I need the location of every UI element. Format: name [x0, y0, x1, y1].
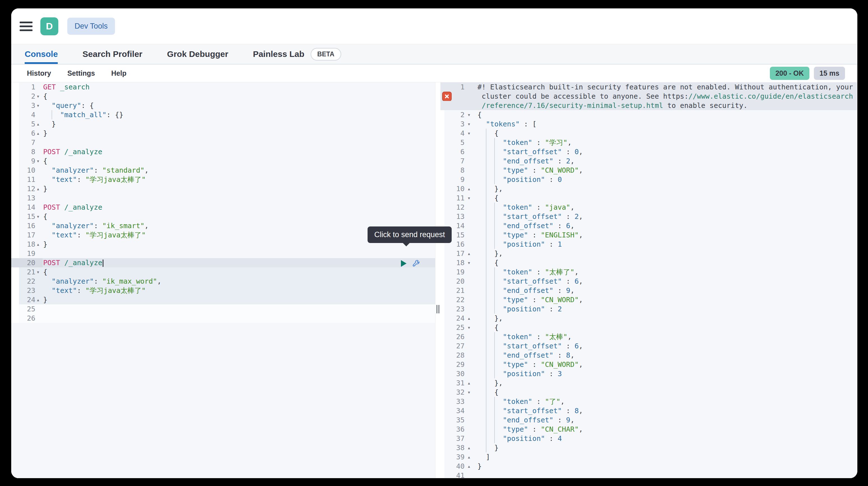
triangle-down-icon[interactable]: ▾	[468, 129, 473, 138]
triangle-down-icon[interactable]: ▾	[468, 120, 473, 129]
triangle-up-icon[interactable]: ▴	[468, 249, 473, 258]
triangle-up-icon[interactable]: ▴	[468, 378, 473, 388]
code-line[interactable]: 7 "end_offset" : 2,	[440, 156, 857, 166]
triangle-up-icon[interactable]: ▴	[37, 295, 42, 304]
triangle-down-icon[interactable]: ▾	[37, 156, 42, 166]
code-line[interactable]: 27 "start_offset" : 6,	[440, 342, 857, 351]
code-line[interactable]: 31▴ },	[440, 378, 857, 388]
triangle-up-icon[interactable]: ▴	[468, 184, 473, 193]
menu-settings[interactable]: Settings	[67, 69, 95, 77]
code-line[interactable]: 3▾ "query": {	[11, 101, 435, 110]
code-line[interactable]: 16 "position" : 1	[440, 240, 857, 249]
code-line[interactable]: 10 "analyzer": "standard",	[11, 166, 435, 175]
triangle-down-icon[interactable]: ▾	[468, 110, 473, 120]
code-line[interactable]: 25	[11, 304, 435, 314]
code-line[interactable]: 39▴ ]	[440, 452, 857, 462]
code-line[interactable]: 2▾{	[11, 92, 435, 101]
code-line[interactable]: 20POST /_analyze	[11, 258, 435, 267]
code-line[interactable]: 5 "token" : "学习",	[440, 138, 857, 147]
code-line[interactable]: 6 "start_offset" : 0,	[440, 147, 857, 156]
triangle-down-icon[interactable]: ▾	[37, 92, 42, 101]
code-line[interactable]: cluster could be accessible to anyone. S…	[440, 92, 857, 101]
code-line[interactable]: 25▾ {	[440, 323, 857, 332]
triangle-up-icon[interactable]: ▴	[468, 443, 473, 452]
tab-search-profiler[interactable]: Search Profiler	[83, 44, 142, 64]
code-line[interactable]: 2▾{	[440, 110, 857, 120]
triangle-down-icon[interactable]: ▾	[37, 267, 42, 277]
code-line[interactable]: 1GET _search	[11, 83, 435, 92]
code-line[interactable]: 24▴}	[11, 295, 435, 304]
space-avatar[interactable]: D	[40, 18, 58, 35]
code-line[interactable]: 10▴ },	[440, 184, 857, 193]
code-line[interactable]: 8 "type" : "CN_WORD",	[440, 166, 857, 175]
code-line[interactable]: 23 "position" : 2	[440, 304, 857, 314]
triangle-up-icon[interactable]: ▴	[468, 314, 473, 323]
code-line[interactable]: 26 "token" : "太棒",	[440, 332, 857, 342]
code-line[interactable]: 36 "type" : "CN_CHAR",	[440, 425, 857, 434]
code-line[interactable]: 11 "text": "学习java太棒了"	[11, 175, 435, 184]
code-line[interactable]: 12 "token" : "java",	[440, 203, 857, 212]
triangle-down-icon[interactable]: ▾	[468, 388, 473, 397]
pane-resize-handle[interactable]	[436, 305, 439, 313]
code-line[interactable]: 32▾ {	[440, 388, 857, 397]
triangle-down-icon[interactable]: ▾	[468, 193, 473, 203]
triangle-up-icon[interactable]: ▴	[37, 184, 42, 193]
code-line[interactable]: 41	[440, 471, 857, 478]
code-line[interactable]: 7	[11, 138, 435, 147]
code-line[interactable]: 17▴ },	[440, 249, 857, 258]
code-line[interactable]: 14 "end_offset" : 6,	[440, 221, 857, 230]
code-line[interactable]: 20 "start_offset" : 6,	[440, 277, 857, 286]
code-line[interactable]: 13 "start_offset" : 2,	[440, 212, 857, 221]
triangle-up-icon[interactable]: ▴	[37, 240, 42, 249]
code-line[interactable]: 21 "end_offset" : 9,	[440, 286, 857, 295]
code-line[interactable]: 15▾{	[11, 212, 435, 221]
triangle-up-icon[interactable]: ▴	[468, 452, 473, 462]
triangle-up-icon[interactable]: ▴	[468, 462, 473, 471]
code-line[interactable]: 28 "end_offset" : 8,	[440, 351, 857, 360]
code-line[interactable]: 9 "position" : 0	[440, 175, 857, 184]
play-icon[interactable]	[401, 260, 406, 267]
code-line[interactable]: 22 "analyzer": "ik_max_word",	[11, 277, 435, 286]
code-line[interactable]: 33 "token" : "了",	[440, 397, 857, 406]
code-line[interactable]: 37 "position" : 4	[440, 434, 857, 443]
request-editor[interactable]: 1GET _search2▾{3▾ "query": {4 "match_all…	[11, 83, 435, 478]
code-line[interactable]: 12▴}	[11, 184, 435, 193]
code-line[interactable]: 6▴}	[11, 129, 435, 138]
triangle-down-icon[interactable]: ▾	[37, 101, 42, 110]
triangle-down-icon[interactable]: ▾	[468, 323, 473, 332]
menu-help[interactable]: Help	[111, 69, 126, 77]
code-line[interactable]: 11▾ {	[440, 193, 857, 203]
tab-console[interactable]: Console	[25, 44, 58, 64]
code-line[interactable]: 38▴ }	[440, 443, 857, 452]
code-line[interactable]: 1#! Elasticsearch built-in security feat…	[440, 83, 857, 92]
code-line[interactable]: 4 "match_all": {}	[11, 110, 435, 120]
menu-history[interactable]: History	[27, 69, 51, 77]
hamburger-icon[interactable]	[20, 22, 33, 31]
code-line[interactable]: 34 "start_offset" : 8,	[440, 406, 857, 415]
triangle-up-icon[interactable]: ▴	[37, 120, 42, 129]
code-line[interactable]: 4▾ {	[440, 129, 857, 138]
code-line[interactable]: 21▾{	[11, 267, 435, 277]
code-line[interactable]: 29 "type" : "CN_WORD",	[440, 360, 857, 369]
code-line[interactable]: 15 "type" : "ENGLISH",	[440, 230, 857, 240]
tab-grok-debugger[interactable]: Grok Debugger	[167, 44, 228, 64]
code-line[interactable]: 8POST /_analyze	[11, 147, 435, 156]
code-line[interactable]: 13	[11, 193, 435, 203]
wrench-icon[interactable]	[412, 259, 421, 268]
tab-painless-lab[interactable]: Painless Lab BETA	[253, 44, 341, 64]
code-line[interactable]: /reference/7.16/security-minimal-setup.h…	[440, 101, 857, 110]
code-line[interactable]: 26	[11, 314, 435, 323]
code-line[interactable]: 30 "position" : 3	[440, 369, 857, 378]
code-line[interactable]: 18▾ {	[440, 258, 857, 267]
code-line[interactable]: 23 "text": "学习java太棒了"	[11, 286, 435, 295]
code-line[interactable]: 19	[11, 249, 435, 258]
code-line[interactable]: 40▴}	[440, 462, 857, 471]
code-line[interactable]: 9▾{	[11, 156, 435, 166]
code-line[interactable]: 22 "type" : "CN_WORD",	[440, 295, 857, 304]
breadcrumb[interactable]: Dev Tools	[67, 18, 115, 35]
triangle-down-icon[interactable]: ▾	[468, 258, 473, 267]
code-line[interactable]: 5▴ }	[11, 120, 435, 129]
triangle-up-icon[interactable]: ▴	[37, 129, 42, 138]
code-line[interactable]: 14POST /_analyze	[11, 203, 435, 212]
code-line[interactable]: 35 "end_offset" : 9,	[440, 415, 857, 425]
